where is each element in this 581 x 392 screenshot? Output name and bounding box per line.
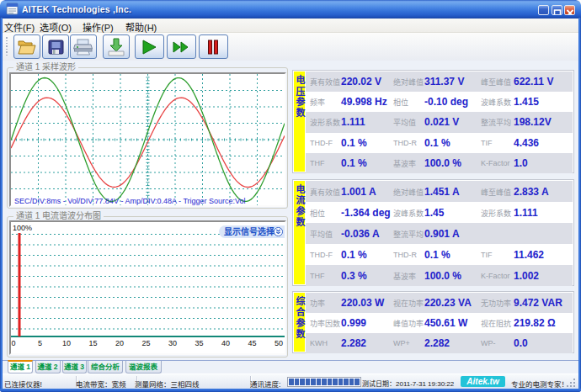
svg-text:30: 30 — [168, 339, 177, 347]
svg-text:5: 5 — [38, 339, 42, 347]
svg-text:15: 15 — [88, 339, 97, 347]
svg-text:10: 10 — [62, 339, 71, 347]
svg-text:45: 45 — [248, 339, 256, 347]
svg-text:0: 0 — [11, 339, 15, 347]
svg-text:50: 50 — [275, 339, 283, 347]
svg-text:20: 20 — [115, 339, 124, 347]
svg-text:40: 40 — [221, 339, 230, 347]
svg-text:25: 25 — [141, 339, 150, 347]
svg-text:35: 35 — [195, 339, 203, 347]
